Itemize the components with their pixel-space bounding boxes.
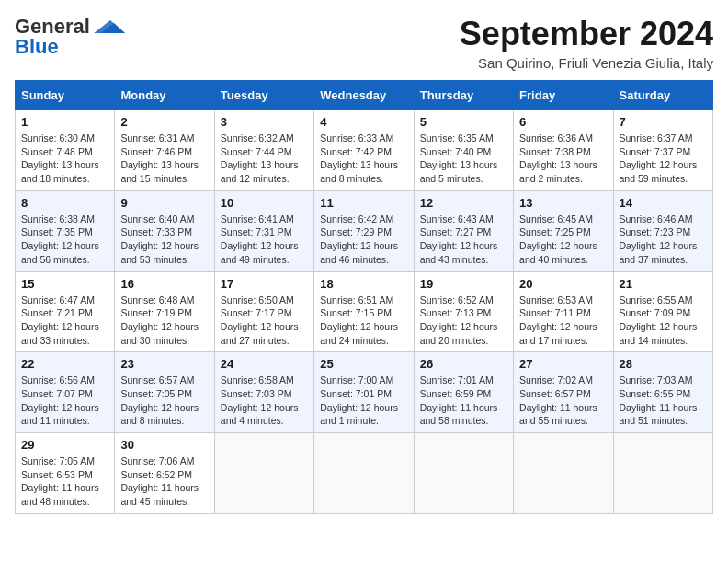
calendar-week-5: 29Sunrise: 7:05 AMSunset: 6:53 PMDayligh…	[16, 433, 713, 514]
day-info: Sunrise: 6:55 AMSunset: 7:09 PMDaylight:…	[620, 293, 707, 348]
day-number: 20	[519, 277, 607, 291]
day-number: 6	[519, 115, 607, 129]
day-number: 21	[620, 277, 707, 291]
day-info: Sunrise: 7:02 AMSunset: 6:57 PMDaylight:…	[519, 373, 607, 428]
day-number: 23	[120, 357, 208, 371]
day-info: Sunrise: 6:51 AMSunset: 7:15 PMDaylight:…	[320, 293, 407, 348]
calendar-cell: 6Sunrise: 6:36 AMSunset: 7:38 PMDaylight…	[514, 110, 613, 191]
calendar-cell: 8Sunrise: 6:38 AMSunset: 7:35 PMDaylight…	[16, 190, 115, 271]
calendar-week-4: 22Sunrise: 6:56 AMSunset: 7:07 PMDayligh…	[16, 352, 713, 433]
day-info: Sunrise: 6:32 AMSunset: 7:44 PMDaylight:…	[221, 132, 308, 186]
calendar-cell: 30Sunrise: 7:06 AMSunset: 6:52 PMDayligh…	[115, 433, 214, 514]
calendar-cell: 17Sunrise: 6:50 AMSunset: 7:17 PMDayligh…	[214, 271, 313, 352]
calendar-cell: 2Sunrise: 6:31 AMSunset: 7:46 PMDaylight…	[115, 110, 214, 191]
day-number: 17	[221, 277, 308, 291]
calendar-cell: 13Sunrise: 6:45 AMSunset: 7:25 PMDayligh…	[514, 190, 613, 271]
col-friday: Friday	[514, 81, 613, 110]
calendar-cell: 10Sunrise: 6:41 AMSunset: 7:31 PMDayligh…	[214, 190, 313, 271]
calendar-cell: 28Sunrise: 7:03 AMSunset: 6:55 PMDayligh…	[613, 352, 712, 433]
calendar-cell	[613, 433, 712, 514]
day-number: 4	[320, 115, 407, 129]
calendar-cell	[414, 433, 513, 514]
day-info: Sunrise: 6:47 AMSunset: 7:21 PMDaylight:…	[21, 293, 108, 348]
day-number: 24	[221, 357, 308, 371]
day-info: Sunrise: 6:48 AMSunset: 7:19 PMDaylight:…	[120, 293, 208, 348]
calendar-cell: 5Sunrise: 6:35 AMSunset: 7:40 PMDaylight…	[414, 110, 513, 191]
calendar-cell: 27Sunrise: 7:02 AMSunset: 6:57 PMDayligh…	[514, 352, 613, 433]
col-wednesday: Wednesday	[314, 81, 414, 110]
day-number: 5	[420, 115, 507, 129]
day-info: Sunrise: 6:31 AMSunset: 7:46 PMDaylight:…	[120, 132, 208, 186]
day-info: Sunrise: 7:03 AMSunset: 6:55 PMDaylight:…	[620, 373, 707, 428]
calendar-cell: 16Sunrise: 6:48 AMSunset: 7:19 PMDayligh…	[115, 271, 214, 352]
logo-blue: Blue	[15, 35, 59, 59]
day-number: 11	[320, 196, 407, 210]
day-info: Sunrise: 6:45 AMSunset: 7:25 PMDaylight:…	[519, 213, 607, 267]
calendar-cell: 4Sunrise: 6:33 AMSunset: 7:42 PMDaylight…	[314, 110, 414, 191]
day-number: 27	[519, 357, 607, 371]
month-title: September 2024	[460, 15, 713, 53]
day-info: Sunrise: 7:06 AMSunset: 6:52 PMDaylight:…	[120, 454, 208, 509]
calendar-cell: 11Sunrise: 6:42 AMSunset: 7:29 PMDayligh…	[314, 190, 414, 271]
day-info: Sunrise: 6:33 AMSunset: 7:42 PMDaylight:…	[320, 132, 407, 186]
day-number: 2	[120, 115, 208, 129]
col-saturday: Saturday	[613, 81, 712, 110]
day-number: 10	[221, 196, 308, 210]
calendar-table: Sunday Monday Tuesday Wednesday Thursday…	[15, 80, 713, 514]
day-number: 7	[620, 115, 707, 129]
day-info: Sunrise: 6:50 AMSunset: 7:17 PMDaylight:…	[221, 293, 308, 348]
day-info: Sunrise: 6:41 AMSunset: 7:31 PMDaylight:…	[221, 213, 308, 267]
calendar-cell: 18Sunrise: 6:51 AMSunset: 7:15 PMDayligh…	[314, 271, 414, 352]
day-number: 28	[620, 357, 707, 371]
day-number: 25	[320, 357, 407, 371]
calendar-cell: 7Sunrise: 6:37 AMSunset: 7:37 PMDaylight…	[613, 110, 712, 191]
calendar-cell: 23Sunrise: 6:57 AMSunset: 7:05 PMDayligh…	[115, 352, 214, 433]
calendar-week-2: 8Sunrise: 6:38 AMSunset: 7:35 PMDaylight…	[16, 190, 713, 271]
calendar-cell: 14Sunrise: 6:46 AMSunset: 7:23 PMDayligh…	[613, 190, 712, 271]
logo: General Blue	[15, 15, 127, 59]
calendar-cell	[514, 433, 613, 514]
day-info: Sunrise: 7:01 AMSunset: 6:59 PMDaylight:…	[420, 373, 507, 428]
col-monday: Monday	[115, 81, 214, 110]
calendar-cell: 19Sunrise: 6:52 AMSunset: 7:13 PMDayligh…	[414, 271, 513, 352]
day-number: 13	[519, 196, 607, 210]
day-number: 3	[221, 115, 308, 129]
day-info: Sunrise: 6:40 AMSunset: 7:33 PMDaylight:…	[120, 213, 208, 267]
day-info: Sunrise: 6:58 AMSunset: 7:03 PMDaylight:…	[221, 373, 308, 428]
calendar-cell: 12Sunrise: 6:43 AMSunset: 7:27 PMDayligh…	[414, 190, 513, 271]
day-info: Sunrise: 6:30 AMSunset: 7:48 PMDaylight:…	[21, 132, 108, 186]
col-sunday: Sunday	[16, 81, 115, 110]
calendar-cell: 1Sunrise: 6:30 AMSunset: 7:48 PMDaylight…	[16, 110, 115, 191]
calendar-cell: 3Sunrise: 6:32 AMSunset: 7:44 PMDaylight…	[214, 110, 313, 191]
day-info: Sunrise: 6:53 AMSunset: 7:11 PMDaylight:…	[519, 293, 607, 348]
day-info: Sunrise: 6:42 AMSunset: 7:29 PMDaylight:…	[320, 213, 407, 267]
header: General Blue September 2024 San Quirino,…	[15, 15, 713, 71]
calendar-cell: 24Sunrise: 6:58 AMSunset: 7:03 PMDayligh…	[214, 352, 313, 433]
calendar-cell	[214, 433, 313, 514]
day-info: Sunrise: 6:57 AMSunset: 7:05 PMDaylight:…	[120, 373, 208, 428]
day-info: Sunrise: 6:52 AMSunset: 7:13 PMDaylight:…	[420, 293, 507, 348]
calendar-cell: 25Sunrise: 7:00 AMSunset: 7:01 PMDayligh…	[314, 352, 414, 433]
day-number: 18	[320, 277, 407, 291]
day-number: 16	[120, 277, 208, 291]
day-number: 26	[420, 357, 507, 371]
calendar-cell: 29Sunrise: 7:05 AMSunset: 6:53 PMDayligh…	[16, 433, 115, 514]
day-info: Sunrise: 6:43 AMSunset: 7:27 PMDaylight:…	[420, 213, 507, 267]
day-info: Sunrise: 6:56 AMSunset: 7:07 PMDaylight:…	[21, 373, 108, 428]
title-section: September 2024 San Quirino, Friuli Venez…	[460, 15, 713, 71]
calendar-cell: 9Sunrise: 6:40 AMSunset: 7:33 PMDaylight…	[115, 190, 214, 271]
calendar-cell: 15Sunrise: 6:47 AMSunset: 7:21 PMDayligh…	[16, 271, 115, 352]
calendar-week-1: 1Sunrise: 6:30 AMSunset: 7:48 PMDaylight…	[16, 110, 713, 191]
day-number: 22	[21, 357, 108, 371]
day-number: 19	[420, 277, 507, 291]
day-number: 8	[21, 196, 108, 210]
day-number: 30	[120, 438, 208, 452]
calendar-cell: 26Sunrise: 7:01 AMSunset: 6:59 PMDayligh…	[414, 352, 513, 433]
day-info: Sunrise: 7:00 AMSunset: 7:01 PMDaylight:…	[320, 373, 407, 428]
day-info: Sunrise: 7:05 AMSunset: 6:53 PMDaylight:…	[21, 454, 108, 509]
day-info: Sunrise: 6:36 AMSunset: 7:38 PMDaylight:…	[519, 132, 607, 186]
day-info: Sunrise: 6:46 AMSunset: 7:23 PMDaylight:…	[620, 213, 707, 267]
day-info: Sunrise: 6:38 AMSunset: 7:35 PMDaylight:…	[21, 213, 108, 267]
day-number: 12	[420, 196, 507, 210]
calendar-cell: 21Sunrise: 6:55 AMSunset: 7:09 PMDayligh…	[613, 271, 712, 352]
